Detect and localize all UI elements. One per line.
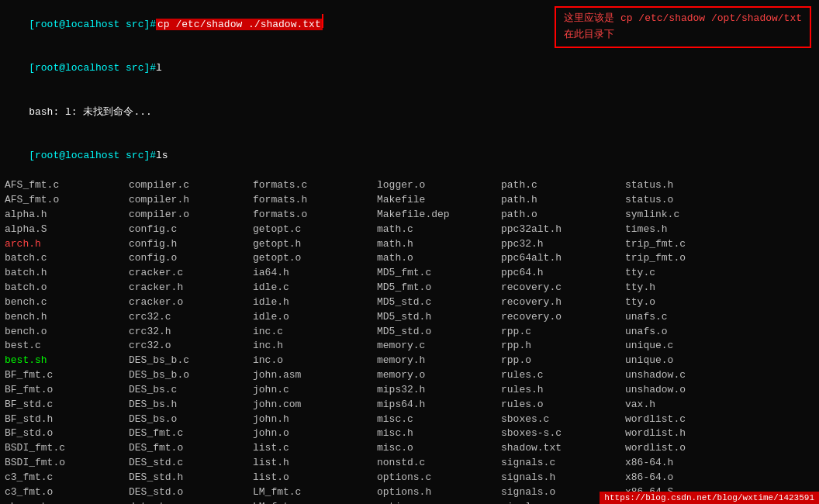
file-tty.h: tty.h xyxy=(625,281,749,295)
file-path.h: path.h xyxy=(501,193,625,208)
file-misc.o: misc.o xyxy=(377,441,501,456)
annotation-arrow xyxy=(322,14,323,28)
file-wordlist.h: wordlist.h xyxy=(625,426,749,441)
file-tty.c: tty.c xyxy=(625,266,749,281)
file-misc.h: misc.h xyxy=(377,426,501,441)
file-unique.c: unique.c xyxy=(625,339,749,354)
file-logger.o: logger.o xyxy=(377,178,501,193)
file-rpp.o: rpp.o xyxy=(501,354,625,368)
file-crc32.c: crc32.c xyxy=(129,310,253,325)
file-idle.o: idle.o xyxy=(253,310,377,325)
file-x86-64.h: x86-64.h xyxy=(625,456,749,471)
file-path.c: path.c xyxy=(501,178,625,193)
file-recovery.c: recovery.c xyxy=(501,281,625,295)
terminal: [root@localhost src]#cp /etc/shadow ./sh… xyxy=(0,0,819,504)
file-ia64.h: ia64.h xyxy=(253,266,377,281)
status-url: https://blog.csdn.net/blog/wxtime/142359… xyxy=(604,493,814,502)
file-idle.c: idle.c xyxy=(253,281,377,295)
l-cmd: l xyxy=(156,62,162,74)
prompt-2: [root@localhost src]# xyxy=(29,62,156,74)
prompt-3: [root@localhost src]# xyxy=(29,150,156,161)
file-BF_fmt.o: BF_fmt.o xyxy=(5,383,129,398)
file-DES_bs.o: DES_bs.o xyxy=(129,413,253,427)
file-list.h: list.h xyxy=(253,456,377,471)
file-unique.o: unique.o xyxy=(625,354,749,368)
file-alpha.h: alpha.h xyxy=(5,208,129,223)
file-DES_fmt.o: DES_fmt.o xyxy=(129,441,253,456)
file-crc32.o: crc32.o xyxy=(129,339,253,354)
file-crc32.h: crc32.h xyxy=(129,325,253,340)
file-math.h: math.h xyxy=(377,237,501,252)
file-DES_bs_b.c: DES_bs_b.c xyxy=(129,354,253,368)
file-DES_bs.c: DES_bs.c xyxy=(129,383,253,398)
file-bench.h: bench.h xyxy=(5,310,129,325)
file-AFS_fmt.o: AFS_fmt.o xyxy=(5,193,129,208)
file-ppc64alt.h: ppc64alt.h xyxy=(501,251,625,266)
file-recovery.h: recovery.h xyxy=(501,295,625,310)
file-BF_fmt.c: BF_fmt.c xyxy=(5,368,129,383)
file-memory.o: memory.o xyxy=(377,368,501,383)
file-formats.o: formats.o xyxy=(253,208,377,223)
file-path.o: path.o xyxy=(501,208,625,223)
file-rules.c: rules.c xyxy=(501,368,625,383)
file-john.c: john.c xyxy=(253,383,377,398)
file-compiler.h: compiler.h xyxy=(129,193,253,208)
file-alpha.S: alpha.S xyxy=(5,223,129,237)
file-BSDI_fmt.c: BSDI_fmt.c xyxy=(5,441,129,456)
file-DES_bs.h: DES_bs.h xyxy=(129,398,253,413)
file-LM_fmt.c: LM_fmt.c xyxy=(253,485,377,500)
file-LM_fmt.o: LM_fmt.o xyxy=(253,500,377,504)
file-arch.h: arch.h xyxy=(5,237,129,252)
file-memory.c: memory.c xyxy=(377,339,501,354)
file-trip_fmt.c: trip_fmt.c xyxy=(625,237,749,252)
file-inc.h: inc.h xyxy=(253,339,377,354)
file-AFS_fmt.c: AFS_fmt.c xyxy=(5,178,129,193)
file-inc.c: inc.c xyxy=(253,325,377,340)
file-listing: AFS_fmt.c compiler.c formats.c logger.o … xyxy=(5,178,814,504)
file-formats.h: formats.h xyxy=(253,193,377,208)
file-BF_std.c: BF_std.c xyxy=(5,398,129,413)
file-inc.o: inc.o xyxy=(253,354,377,368)
file-x86-64.o: x86-64.o xyxy=(625,471,749,485)
file-shadow.txt: shadow.txt xyxy=(501,441,625,456)
file-MD5_std.h: MD5_std.h xyxy=(377,310,501,325)
file-mips64.h: mips64.h xyxy=(377,398,501,413)
file-getopt.c: getopt.c xyxy=(253,223,377,237)
file-bench.c: bench.c xyxy=(5,295,129,310)
prompt-1: [root@localhost src]# xyxy=(29,19,156,30)
status-bar: https://blog.csdn.net/blog/wxtime/142359… xyxy=(600,492,819,504)
file-rules.h: rules.h xyxy=(501,383,625,398)
file-tty.o: tty.o xyxy=(625,295,749,310)
file-vax.h: vax.h xyxy=(625,398,749,413)
file-times.h: times.h xyxy=(625,223,749,237)
file-idle.h: idle.h xyxy=(253,295,377,310)
file-signals.c: signals.c xyxy=(501,456,625,471)
file-memory.h: memory.h xyxy=(377,354,501,368)
file-compiler.o: compiler.o xyxy=(129,208,253,223)
file-options.c: options.c xyxy=(377,471,501,485)
file-MD5_std.c: MD5_std.c xyxy=(377,295,501,310)
file-config.h: config.h xyxy=(129,237,253,252)
file-BF_std.h: BF_std.h xyxy=(5,413,129,427)
file-john.asm: john.asm xyxy=(253,368,377,383)
file-bench.o: bench.o xyxy=(5,325,129,340)
file-sboxes.c: sboxes.c xyxy=(501,413,625,427)
file-config.o: config.o xyxy=(129,251,253,266)
file-list.o: list.o xyxy=(253,471,377,485)
file-misc.c: misc.c xyxy=(377,413,501,427)
file-unafs.o: unafs.o xyxy=(625,325,749,340)
file-symlink.c: symlink.c xyxy=(625,208,749,223)
file-john.com: john.com xyxy=(253,398,377,413)
file-DES_std.o: DES_std.o xyxy=(129,485,253,500)
file-john.h: john.h xyxy=(253,413,377,427)
file-status.o: status.o xyxy=(625,193,749,208)
file-mips32.h: mips32.h xyxy=(377,383,501,398)
file-MD5_fmt.c: MD5_fmt.c xyxy=(377,266,501,281)
file-options.h: options.h xyxy=(377,485,501,500)
file-rpp.c: rpp.c xyxy=(501,325,625,340)
file-sboxes-s.c: sboxes-s.c xyxy=(501,426,625,441)
file-wordlist.o: wordlist.o xyxy=(625,441,749,456)
file-list.c: list.c xyxy=(253,441,377,456)
file-Makefile.dep: Makefile.dep xyxy=(377,208,501,223)
file-options.o: options.o xyxy=(377,500,501,504)
